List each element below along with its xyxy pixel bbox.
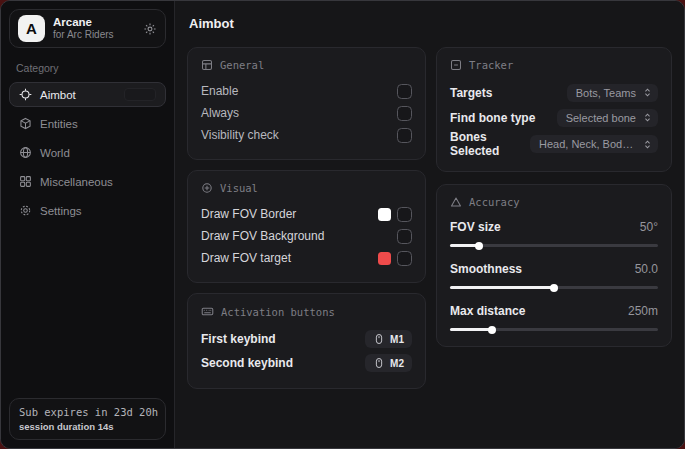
fov-target-color-swatch[interactable] [378, 252, 391, 265]
first-keybind-button[interactable]: M1 [365, 330, 412, 348]
panel-header-label: General [220, 59, 264, 71]
sidebar-item-world[interactable]: World [9, 140, 166, 165]
setting-label: FOV size [450, 220, 501, 234]
slider-thumb[interactable] [488, 326, 496, 334]
fov-border-color-swatch[interactable] [378, 208, 391, 221]
panel-header-label: Accuracy [469, 196, 520, 208]
entities-icon [19, 117, 32, 130]
panel-visual: Visual Draw FOV Border Draw FOV Backgrou… [187, 170, 426, 283]
aimbot-keybind-hint [124, 88, 156, 101]
smoothness-slider[interactable] [450, 286, 658, 289]
fov-border-checkbox[interactable] [397, 207, 412, 222]
panel-general: General Enable Always Visibility check [187, 47, 426, 160]
setting-row-smoothness: Smoothness 50.0 [450, 259, 658, 289]
tracker-icon [450, 59, 462, 71]
setting-row-always: Always [201, 102, 412, 124]
max-distance-slider[interactable] [450, 328, 658, 331]
slider-value: 250m [628, 304, 658, 318]
slider-thumb[interactable] [550, 284, 558, 292]
keybind-value: M2 [390, 358, 404, 369]
fov-background-checkbox[interactable] [397, 229, 412, 244]
subscription-card: Sub expires in 23d 20h session duration … [9, 398, 166, 440]
sub-expiry-text: Sub expires in 23d 20h [19, 406, 156, 418]
crosshair-icon [19, 88, 32, 101]
general-icon [201, 59, 213, 71]
sidebar-item-label: World [40, 147, 70, 159]
slider-value: 50° [640, 220, 658, 234]
visibility-check-checkbox[interactable] [397, 128, 412, 143]
find-bone-type-select[interactable]: Selected bone [557, 109, 658, 127]
setting-label: Draw FOV target [201, 251, 291, 265]
sidebar-item-aimbot[interactable]: Aimbot [9, 82, 166, 107]
unfold-icon [642, 139, 653, 150]
gear-icon [19, 204, 32, 217]
visual-icon [201, 182, 213, 194]
setting-row-fov-target: Draw FOV target [201, 247, 412, 269]
sidebar: A Arcane for Arc Riders Category [1, 1, 175, 448]
category-label: Category [16, 62, 166, 74]
setting-row-fov-border: Draw FOV Border [201, 203, 412, 225]
panel-header-label: Visual [220, 182, 258, 194]
app-meta: Arcane for Arc Riders [53, 16, 135, 41]
setting-row-first-keybind: First keybind M1 [201, 327, 412, 351]
setting-label: Bones Selected [450, 130, 530, 158]
setting-row-max-distance: Max distance 250m [450, 301, 658, 331]
sidebar-item-settings[interactable]: Settings [9, 198, 166, 223]
panel-tracker: Tracker Targets Bots, Teams [436, 47, 672, 172]
sidebar-item-label: Aimbot [40, 89, 76, 101]
setting-row-enable: Enable [201, 80, 412, 102]
sidebar-nav: Aimbot Entities [9, 82, 166, 223]
unfold-icon [642, 87, 653, 98]
sidebar-item-entities[interactable]: Entities [9, 111, 166, 136]
sidebar-item-label: Settings [40, 205, 82, 217]
app-header-card: A Arcane for Arc Riders [9, 9, 166, 48]
enable-checkbox[interactable] [397, 84, 412, 99]
setting-label: Always [201, 106, 239, 120]
setting-label: Enable [201, 84, 238, 98]
accuracy-icon [450, 196, 462, 208]
panel-header-label: Tracker [469, 59, 513, 71]
always-checkbox[interactable] [397, 106, 412, 121]
setting-row-fov-size: FOV size 50° [450, 217, 658, 247]
panel-accuracy: Accuracy FOV size 50° [436, 184, 672, 347]
app-name: Arcane [53, 16, 135, 29]
page-title: Aimbot [189, 16, 672, 31]
setting-label: Targets [450, 86, 492, 100]
setting-label: Max distance [450, 304, 525, 318]
settings-gear-icon[interactable] [143, 22, 157, 36]
slider-thumb[interactable] [475, 242, 483, 250]
setting-row-bones-selected: Bones Selected Head, Neck, Body, Fe... [450, 130, 658, 158]
select-value: Head, Neck, Body, Fe... [539, 138, 636, 150]
setting-label: Draw FOV Background [201, 229, 324, 243]
targets-select[interactable]: Bots, Teams [567, 84, 658, 102]
mouse-icon [373, 357, 385, 369]
slider-value: 50.0 [635, 262, 658, 276]
app-subtitle: for Arc Riders [53, 29, 135, 41]
keyboard-icon [201, 305, 214, 318]
setting-row-targets: Targets Bots, Teams [450, 80, 658, 105]
setting-row-second-keybind: Second keybind M2 [201, 351, 412, 375]
sidebar-item-miscellaneous[interactable]: Miscellaneous [9, 169, 166, 194]
bones-selected-select[interactable]: Head, Neck, Body, Fe... [530, 135, 658, 153]
panel-header-label: Activation buttons [221, 306, 335, 318]
mouse-icon [373, 333, 385, 345]
setting-row-visibility-check: Visibility check [201, 124, 412, 146]
session-duration-text: session duration 14s [19, 421, 156, 432]
sidebar-item-label: Miscellaneous [40, 176, 113, 188]
second-keybind-button[interactable]: M2 [365, 354, 412, 372]
setting-label: First keybind [201, 332, 276, 346]
setting-label: Find bone type [450, 111, 535, 125]
grid-icon [19, 175, 32, 188]
fov-size-slider[interactable] [450, 244, 658, 247]
app-logo: A [18, 15, 45, 42]
unfold-icon [642, 112, 653, 123]
app-window: A Arcane for Arc Riders Category [0, 0, 685, 449]
fov-target-checkbox[interactable] [397, 251, 412, 266]
sidebar-item-label: Entities [40, 118, 78, 130]
panel-activation-buttons: Activation buttons First keybind [187, 293, 426, 389]
main-content: Aimbot General [175, 1, 684, 448]
setting-label: Draw FOV Border [201, 207, 296, 221]
setting-label: Visibility check [201, 128, 279, 142]
select-value: Bots, Teams [576, 87, 636, 99]
select-value: Selected bone [566, 112, 636, 124]
